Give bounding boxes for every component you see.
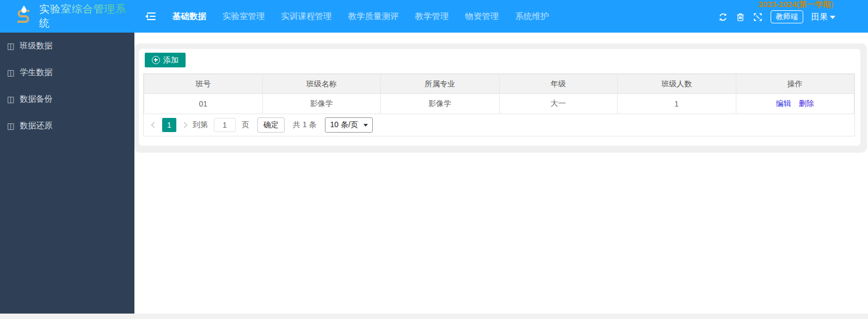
- cell-major: 影像学: [381, 94, 500, 114]
- plus-circle-icon: [152, 56, 160, 64]
- column-header-grade: 年级: [499, 74, 618, 94]
- sidebar-item-label: 班级数据: [20, 41, 52, 51]
- nav-item-lab-management[interactable]: 实验室管理: [214, 0, 273, 33]
- teacher-portal-button[interactable]: 教师端: [771, 10, 804, 23]
- header-right: 2023-2024(第一学期): [688, 0, 868, 33]
- select-caret-icon: [364, 124, 368, 127]
- page-size-select[interactable]: 10 条/页: [325, 117, 373, 133]
- cell-class-name: 影像学: [262, 94, 381, 114]
- fullscreen-icon[interactable]: [753, 12, 762, 22]
- current-page-button[interactable]: 1: [162, 118, 176, 132]
- nav-item-basic-data[interactable]: 基础数据: [164, 0, 214, 33]
- content-card: 添加 班号 班级名称 所属专业 年级 班级人数 操作 01: [139, 49, 860, 146]
- table-icon: ◫: [7, 95, 15, 103]
- add-button[interactable]: 添加: [145, 53, 186, 67]
- sidebar-item-label: 数据备份: [20, 94, 52, 104]
- nav-item-materials-management[interactable]: 物资管理: [457, 0, 507, 33]
- table-icon: ◫: [7, 68, 15, 77]
- semester-label: 2023-2024(第一学期): [759, 0, 833, 10]
- column-header-major: 所属专业: [381, 74, 500, 94]
- nav-item-training-course[interactable]: 实训课程管理: [273, 0, 340, 33]
- table-icon: ◫: [7, 122, 15, 130]
- column-header-actions: 操作: [736, 74, 854, 94]
- refresh-icon[interactable]: [718, 12, 728, 22]
- cell-grade: 大一: [499, 94, 618, 114]
- sidebar: ◫ 班级数据 ◫ 学生数据 ◫ 数据备份 ◫ 数据还原: [0, 33, 134, 314]
- chevron-down-icon: [830, 16, 835, 19]
- horizontal-scrollbar[interactable]: [0, 314, 868, 319]
- add-button-label: 添加: [163, 55, 178, 65]
- confirm-button[interactable]: 确定: [257, 117, 285, 133]
- total-count-label: 共 1 条: [293, 120, 317, 130]
- table-header-row: 班号 班级名称 所属专业 年级 班级人数 操作: [144, 74, 854, 94]
- sidebar-item-class-data[interactable]: ◫ 班级数据: [0, 33, 134, 59]
- column-header-class-no: 班号: [144, 74, 263, 94]
- sidebar-item-label: 学生数据: [20, 67, 52, 78]
- goto-suffix-label: 页: [242, 120, 249, 130]
- table-row: 01 影像学 影像学 大一 1 编辑删除: [144, 94, 854, 114]
- page-size-value: 10 条/页: [330, 120, 358, 130]
- next-page-icon[interactable]: [181, 122, 187, 128]
- edit-link[interactable]: 编辑: [776, 99, 791, 108]
- collapse-menu-icon[interactable]: [145, 12, 156, 21]
- pagination-bar: 1 到第 页 确定 共 1 条 10 条/页: [144, 114, 854, 136]
- sidebar-item-label: 数据还原: [20, 121, 52, 131]
- delete-link[interactable]: 删除: [799, 99, 814, 108]
- nav-item-system-maintenance[interactable]: 系统维护: [507, 0, 557, 33]
- nav-item-teaching-quality[interactable]: 教学质量测评: [340, 0, 407, 33]
- column-header-class-size: 班级人数: [618, 74, 736, 94]
- sidebar-item-student-data[interactable]: ◫ 学生数据: [0, 59, 134, 86]
- table-icon: ◫: [7, 42, 15, 50]
- app-logo-icon: [13, 4, 34, 28]
- data-table: 班号 班级名称 所属专业 年级 班级人数 操作 01 影像学 影像学 大一 1: [143, 73, 855, 136]
- logo-area: 实验室综合管理系统: [0, 0, 134, 33]
- app-title: 实验室综合管理系统: [39, 2, 134, 30]
- cell-class-size: 1: [618, 94, 736, 114]
- goto-page-input[interactable]: [214, 118, 236, 132]
- cell-actions: 编辑删除: [736, 94, 854, 114]
- trash-icon[interactable]: [736, 12, 745, 22]
- top-header: 实验室综合管理系统 基础数据 实验室管理 实训课程管理 教学质量测评 教学管理 …: [0, 0, 868, 33]
- nav-item-teaching-management[interactable]: 教学管理: [407, 0, 457, 33]
- goto-prefix-label: 到第: [193, 120, 208, 130]
- sidebar-item-data-backup[interactable]: ◫ 数据备份: [0, 86, 134, 112]
- top-nav: 基础数据 实验室管理 实训课程管理 教学质量测评 教学管理 物资管理 系统维护: [134, 0, 557, 33]
- cell-class-no: 01: [144, 94, 263, 114]
- username: 田果: [811, 12, 828, 22]
- column-header-class-name: 班级名称: [262, 74, 381, 94]
- sidebar-item-data-restore[interactable]: ◫ 数据还原: [0, 112, 134, 139]
- user-menu[interactable]: 田果: [811, 12, 835, 22]
- prev-page-icon[interactable]: [151, 122, 157, 128]
- app-root: 实验室综合管理系统 基础数据 实验室管理 实训课程管理 教学质量测评 教学管理 …: [0, 0, 868, 319]
